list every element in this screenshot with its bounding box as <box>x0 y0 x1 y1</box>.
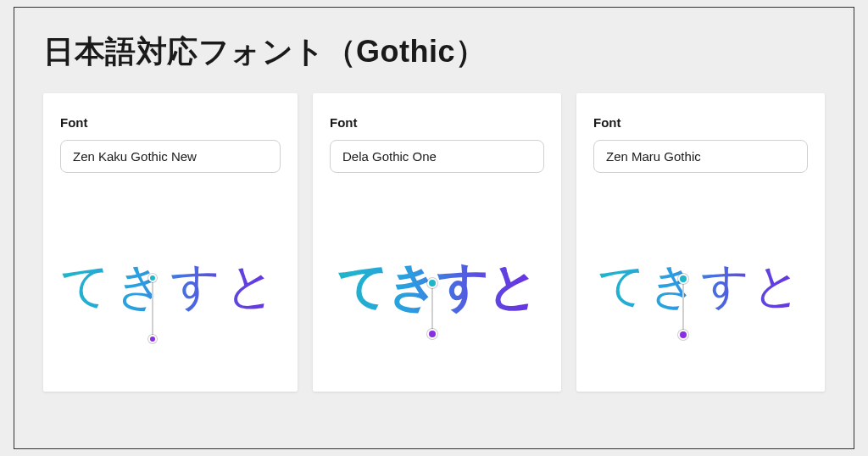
gradient-handle[interactable] <box>152 279 153 338</box>
font-select[interactable]: Dela Gothic One <box>330 140 544 173</box>
font-preview: てきすと <box>60 198 281 375</box>
sample-text[interactable]: てきすと <box>60 253 281 320</box>
font-select-value: Dela Gothic One <box>342 149 437 164</box>
font-card: Font Zen Kaku Gothic New てきすと <box>43 93 298 392</box>
font-select-value: Zen Kaku Gothic New <box>73 149 197 164</box>
font-select[interactable]: Zen Maru Gothic <box>593 140 808 173</box>
gradient-stop-bottom[interactable] <box>678 330 688 340</box>
gradient-handle[interactable] <box>682 279 684 335</box>
font-preview: てきすと <box>330 198 544 375</box>
font-select-value: Zen Maru Gothic <box>606 149 701 164</box>
font-card: Font Dela Gothic One てきすと <box>313 93 561 392</box>
gradient-stop-top[interactable] <box>678 274 688 284</box>
font-field-label: Font <box>330 115 544 130</box>
outer-frame: 日本語対応フォント（Gothic） Font Zen Kaku Gothic N… <box>14 7 854 449</box>
font-field-label: Font <box>593 115 808 130</box>
gradient-handle[interactable] <box>431 283 433 334</box>
font-select[interactable]: Zen Kaku Gothic New <box>60 140 281 173</box>
gradient-stop-bottom[interactable] <box>427 329 437 339</box>
font-field-label: Font <box>60 115 281 130</box>
sample-text[interactable]: てきすと <box>337 253 537 321</box>
font-cards-row: Font Zen Kaku Gothic New てきすと Font Dela … <box>43 93 825 392</box>
font-card: Font Zen Maru Gothic てきすと <box>576 93 825 392</box>
gradient-stop-bottom[interactable] <box>148 335 157 343</box>
gradient-stop-top[interactable] <box>148 274 157 282</box>
page-title: 日本語対応フォント（Gothic） <box>43 31 825 73</box>
sample-text[interactable]: てきすと <box>598 254 804 319</box>
font-preview: てきすと <box>593 198 808 375</box>
gradient-stop-top[interactable] <box>427 278 437 288</box>
